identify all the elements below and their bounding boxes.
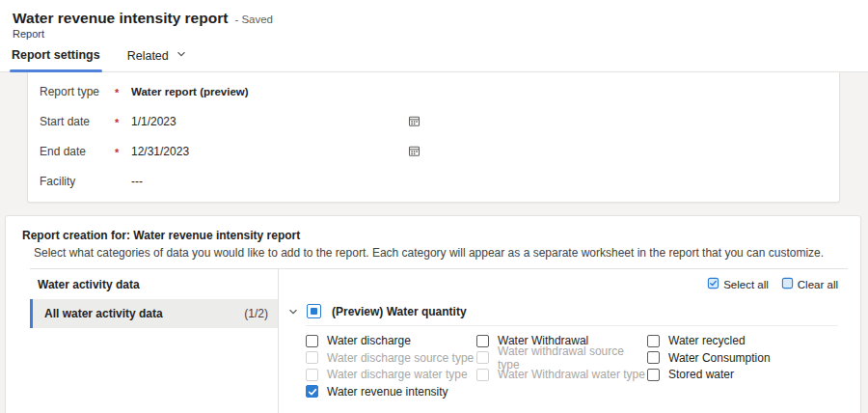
field-value[interactable]: Water report (preview) [131,86,249,97]
checkbox-groups: (Preview) Water quantityWater dischargeW… [287,304,838,413]
required-asterisk: * [115,144,131,158]
checkbox-unchecked [306,369,318,381]
checkbox-row: Water withdrawal source type [476,351,647,365]
checkbox-column: Water dischargeWater discharge source ty… [306,334,476,399]
form-field-row: Facility--- [40,166,827,196]
tab-report-settings[interactable]: Report settings [12,48,100,71]
checkbox-unchecked [476,351,489,364]
checkbox-row: Stored water [647,368,818,381]
required-asterisk: * [115,114,131,128]
category-list-header: Water activity data [30,269,278,299]
clear-all-button[interactable]: Clear all [781,277,838,291]
checkbox-label: Water discharge source type [327,351,474,365]
section-description: Select what categories of data you would… [34,246,860,260]
required-asterisk [115,179,131,182]
category-list-item-label: All water activity data [44,307,163,320]
checkbox-indeterminate[interactable] [307,304,321,318]
page-subtitle: Report [0,28,868,40]
checkbox-unchecked [476,369,489,381]
checkbox-column: Water WithdrawalWater withdrawal source … [476,334,647,399]
field-value-control: 12/31/2023 [131,145,420,158]
selection-toolbar: Select all Clear all [287,277,838,291]
category-list-item[interactable]: All water activity data(1/2) [30,299,278,328]
checkbox-group: (Preview) Water quantityWater dischargeW… [287,304,838,399]
page: Water revenue intensity report - Saved R… [0,0,868,413]
checkbox-unchecked[interactable] [306,335,318,347]
checkbox-row: Water revenue intensity [306,385,476,399]
field-value[interactable]: --- [131,175,143,188]
tab-related[interactable]: Related [127,48,187,71]
field-value[interactable]: 1/1/2023 [131,115,176,128]
checkbox-label: Water recycled [668,334,746,347]
checkbox-unchecked[interactable] [647,335,660,347]
checkbox-label: Stored water [668,368,734,381]
checkbox-unchecked[interactable] [476,335,489,347]
checkbox-unchecked[interactable] [647,369,660,381]
field-value-control: Water report (preview) [131,86,420,97]
tab-related-label: Related [127,49,169,63]
field-label: End date [40,145,115,158]
saved-status: - Saved [234,14,273,25]
group-label: (Preview) Water quantity [332,305,467,318]
page-title: Water revenue intensity report [13,10,228,27]
category-list: All water activity data(1/2) [30,299,278,328]
field-value[interactable]: 12/31/2023 [131,145,189,158]
checkbox-row: Water recycled [647,334,818,347]
checkbox-checked[interactable] [306,385,318,398]
checkbox-row: Water Consumption [647,351,818,365]
form-field-row: Start date*1/1/2023 [40,106,827,136]
checkbox-row: Water discharge source type [306,351,476,365]
checkbox-row: Water discharge water type [306,368,476,381]
clear-all-label: Clear all [798,279,838,290]
tab-report-settings-label: Report settings [12,48,100,62]
category-selector: Water activity data All water activity d… [30,268,848,413]
chevron-down-icon [176,48,186,62]
checkbox-checked-icon [707,277,719,291]
form-field-row: Report type*Water report (preview) [40,76,827,106]
tab-strip: Report settings Related [0,48,868,72]
checkbox-empty-icon [781,277,794,291]
field-value-control: --- [131,175,420,188]
report-creation-card: Report creation for: Water revenue inten… [5,215,861,413]
indeterminate-mark [311,308,317,315]
checkbox-row: Water discharge [306,334,476,347]
section-heading: Report creation for: Water revenue inten… [22,229,860,242]
field-label: Facility [40,175,115,188]
required-asterisk: * [115,84,131,98]
page-header: Water revenue intensity report - Saved R… [0,0,868,72]
group-separator [306,325,838,326]
field-value-control: 1/1/2023 [131,115,420,128]
calendar-icon[interactable] [408,115,420,127]
calendar-icon[interactable] [408,145,420,157]
form-rows: Report type*Water report (preview)Start … [40,76,827,196]
category-list-item-count: (1/2) [244,307,268,320]
select-all-label: Select all [723,279,769,290]
checkbox-row: Water Withdrawal water type [476,368,647,381]
checkbox-column: Water recycledWater ConsumptionStored wa… [647,334,818,399]
report-settings-form-card: Report type*Water report (preview)Start … [27,72,840,203]
checkbox-label: Water Withdrawal water type [498,368,645,381]
checkbox-label: Water revenue intensity [327,385,448,399]
field-label: Report type [40,85,115,98]
category-detail-panel: Select all Clear all (Preview) Water qua… [279,269,848,413]
checkbox-unchecked [306,351,318,364]
checkbox-grid: Water dischargeWater discharge source ty… [287,334,838,399]
group-header-row: (Preview) Water quantity [287,304,838,318]
category-list-panel: Water activity data All water activity d… [30,269,279,413]
checkbox-label: Water discharge water type [327,368,468,381]
form-field-row: End date*12/31/2023 [40,136,827,166]
field-label: Start date [40,115,115,128]
checkbox-label: Water Consumption [668,351,771,365]
checkbox-unchecked[interactable] [647,351,660,364]
checkbox-label: Water discharge [327,334,411,347]
select-all-button[interactable]: Select all [707,277,769,291]
chevron-down-icon[interactable] [287,306,299,317]
title-row: Water revenue intensity report - Saved [0,10,868,27]
